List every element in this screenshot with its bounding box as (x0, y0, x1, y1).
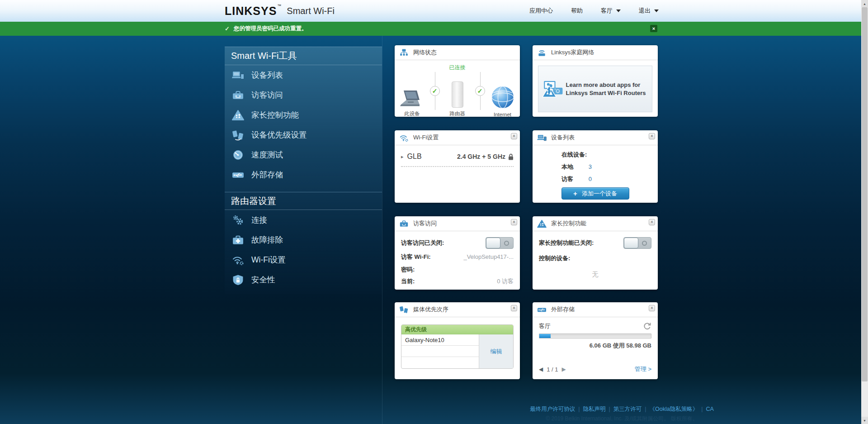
sidebar-item-device-list[interactable]: 设备列表 (225, 65, 382, 85)
guest-password-label: 密码: (401, 266, 415, 274)
guest-access-toggle[interactable] (486, 237, 514, 249)
card-title: 媒体优先次序 (413, 305, 448, 314)
scroll-up-icon[interactable]: ▲ (861, 0, 868, 7)
close-icon[interactable]: × (511, 305, 517, 311)
expand-caret-icon[interactable]: ▸ (401, 154, 404, 160)
sidebar-item-speed-test[interactable]: 速度测试 (225, 145, 382, 165)
nav-logout[interactable]: 退出 (639, 7, 659, 15)
trademark-symbol: ™ (277, 4, 281, 8)
sidebar-item-external-storage[interactable]: 外部存储 (225, 165, 382, 185)
local-count[interactable]: 3 (589, 163, 592, 170)
network-tree-icon (399, 48, 409, 57)
home-network-card: Linksys家庭网络 Learn more about apps for Li… (533, 45, 658, 117)
sidebar-item-label: 外部存储 (251, 169, 283, 180)
sidebar-item-label: 家长控制功能 (251, 110, 299, 120)
linksys-smart-wifi-page: LINKSYS ™ Smart Wi-Fi 应用中心 帮助 客厅 退出 ✓ 您的 (0, 0, 868, 424)
card-header: Wi-Fi设置 (395, 130, 520, 145)
guest-wifi-value: _VelopSetup417-... (463, 253, 514, 260)
apps-promo-banner[interactable]: Learn more about apps for Linksys Smart … (538, 66, 652, 112)
sidebar-item-device-prioritization[interactable]: 设备优先级设置 (225, 125, 382, 145)
devices-icon (232, 70, 244, 81)
sidebar-item-connectivity[interactable]: 连接 (225, 210, 382, 230)
sidebar-item-guest-access[interactable]: 访客访问 (225, 85, 382, 105)
sidebar-item-label: 设备优先级设置 (251, 129, 307, 140)
sidebar-item-parental-controls[interactable]: 家长控制功能 (225, 105, 382, 125)
connection-segment: ✓ (473, 72, 487, 110)
connection-segment: ✓ (428, 72, 442, 110)
router-node: 路由器 (442, 81, 473, 117)
card-title: 网络状态 (413, 48, 437, 57)
parental-controls-toggle[interactable] (623, 237, 651, 249)
guest-access-body: 访客访问已关闭: 访客 Wi-Fi: _VelopSetup417-... 密码… (395, 231, 520, 286)
close-icon[interactable]: × (649, 305, 655, 311)
edit-priority-link[interactable]: 编辑 (479, 334, 513, 368)
footer-link-ookla-privacy[interactable]: 《Ookla隐私策略》 (649, 406, 698, 412)
priority-device-row (401, 357, 479, 368)
node-label: 路由器 (449, 110, 465, 117)
add-device-button[interactable]: + 添加一个设备 (561, 187, 629, 200)
close-icon[interactable]: × (511, 133, 517, 139)
card-header: 访客访问 (395, 216, 520, 231)
wifi-gear-icon (232, 254, 244, 266)
sidebar-section-router-settings: 路由器设置 (225, 192, 382, 210)
nav-router-menu-label: 客厅 (601, 7, 613, 15)
content-divider-line (382, 36, 382, 424)
ssid-row[interactable]: ▸ GLB 2.4 GHz + 5 GHz (395, 145, 520, 166)
banner-close-button[interactable]: × (650, 25, 657, 32)
footer-link-ca[interactable]: CA (706, 406, 713, 412)
parental-controls-body: 家长控制功能已关闭: 控制的设备: 无 (533, 231, 658, 279)
refresh-icon[interactable] (643, 322, 651, 330)
sidebar-item-wifi-settings[interactable]: Wi-Fi设置 (225, 250, 382, 270)
band-label: 2.4 GHz + 5 GHz (457, 153, 505, 160)
close-icon[interactable]: × (511, 219, 517, 225)
nav-app-center-label: 应用中心 (529, 7, 553, 15)
footer-link-privacy[interactable]: 隐私声明 (583, 406, 605, 412)
restricted-devices-value: 无 (539, 271, 651, 279)
scroll-down-icon[interactable]: ▼ (861, 417, 868, 424)
card-header: 媒体优先次序 (395, 302, 520, 317)
guest-access-status-label: 访客访问已关闭: (401, 239, 444, 247)
laptop-icon (400, 90, 425, 108)
vertical-scrollbar[interactable]: ▲ ▼ (861, 0, 868, 424)
toggle-knob (486, 238, 500, 248)
shield-lock-icon (232, 274, 244, 286)
footer-link-thirdparty[interactable]: 第三方许可 (613, 406, 642, 412)
current-guests-label: 当前: (401, 277, 415, 286)
nav-help[interactable]: 帮助 (571, 7, 583, 15)
guest-label: 访客 (561, 175, 587, 183)
globe-icon (491, 86, 514, 109)
scrollbar-thumb[interactable] (862, 7, 868, 381)
parental-controls-card: 家长控制功能 × 家长控制功能已关闭: 控制的设备: 无 (533, 216, 658, 290)
usb-storage-icon (232, 169, 244, 181)
guest-count[interactable]: 0 (589, 176, 592, 182)
close-icon[interactable]: × (649, 219, 655, 225)
check-icon: ✓ (225, 25, 230, 32)
current-guests-value: 0 访客 (497, 277, 514, 286)
storage-usage-bar (539, 333, 651, 338)
plus-icon: + (573, 190, 577, 197)
card-title: 访客访问 (413, 219, 437, 228)
dotted-divider (401, 166, 514, 167)
prev-page-icon[interactable]: ◀ (539, 366, 543, 372)
nav-help-label: 帮助 (571, 7, 583, 15)
footer-separator: | (609, 406, 610, 412)
restricted-devices-label: 控制的设备: (539, 254, 570, 262)
nav-router-menu[interactable]: 客厅 (601, 7, 621, 15)
footer-link-eula[interactable]: 最终用户许可协议 (530, 406, 575, 412)
nav-app-center[interactable]: 应用中心 (529, 7, 553, 15)
success-message: ✓ 您的管理员密码已成功重置。 (225, 22, 307, 36)
linksys-logo: LINKSYS ™ Smart Wi-Fi (225, 0, 335, 22)
priority-table: 高优先级 Galaxy-Note10 编辑 (401, 324, 514, 369)
sidebar-item-label: 故障排除 (251, 234, 283, 245)
sidebar-item-troubleshooting[interactable]: 故障排除 (225, 230, 382, 250)
close-icon[interactable]: × (649, 133, 655, 139)
sidebar-item-security[interactable]: 安全性 (225, 270, 382, 290)
top-nav: 应用中心 帮助 客厅 退出 (529, 0, 659, 22)
next-page-icon[interactable]: ▶ (562, 366, 566, 372)
manage-storage-link[interactable]: 管理 > (635, 365, 651, 373)
sidebar-item-label: 连接 (251, 214, 267, 225)
router-tower-icon (452, 81, 463, 108)
device-list-body: 在线设备: 本地 3 访客 0 (533, 145, 658, 183)
guest-devices-row: 访客 0 (561, 175, 658, 183)
storage-pagination: ◀ 1 / 1 ▶ (539, 366, 566, 373)
